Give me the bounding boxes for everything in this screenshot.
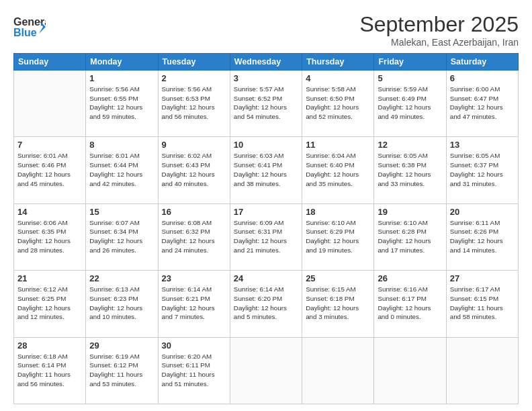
day-number: 13 (450, 140, 515, 150)
day-number: 12 (378, 140, 442, 150)
calendar-cell: 1Sunrise: 5:56 AM Sunset: 6:55 PM Daylig… (86, 71, 158, 137)
calendar-cell: 18Sunrise: 6:10 AM Sunset: 6:29 PM Dayli… (302, 203, 374, 270)
day-number: 14 (17, 207, 82, 217)
calendar-cell: 17Sunrise: 6:09 AM Sunset: 6:31 PM Dayli… (230, 203, 302, 270)
day-info: Sunrise: 6:05 AM Sunset: 6:37 PM Dayligh… (450, 151, 515, 188)
day-number: 8 (89, 140, 154, 150)
day-number: 20 (450, 207, 515, 217)
day-number: 6 (450, 73, 515, 83)
calendar-cell: 22Sunrise: 6:13 AM Sunset: 6:23 PM Dayli… (86, 271, 158, 337)
calendar-cell: 8Sunrise: 6:01 AM Sunset: 6:44 PM Daylig… (86, 137, 158, 203)
col-sunday: Sunday (14, 54, 86, 71)
logo: General Blue (13, 12, 46, 44)
calendar-cell: 10Sunrise: 6:03 AM Sunset: 6:41 PM Dayli… (230, 137, 302, 203)
calendar-cell: 20Sunrise: 6:11 AM Sunset: 6:26 PM Dayli… (446, 203, 518, 270)
week-row-1: 1Sunrise: 5:56 AM Sunset: 6:55 PM Daylig… (14, 71, 519, 137)
calendar-cell: 15Sunrise: 6:07 AM Sunset: 6:34 PM Dayli… (86, 203, 158, 270)
calendar-cell (446, 337, 518, 404)
calendar-cell: 4Sunrise: 5:58 AM Sunset: 6:50 PM Daylig… (302, 71, 374, 137)
day-number: 24 (234, 273, 298, 283)
day-number: 19 (378, 207, 442, 217)
title-block: September 2025 Malekan, East Azerbaijan,… (359, 12, 519, 48)
week-row-3: 14Sunrise: 6:06 AM Sunset: 6:35 PM Dayli… (14, 203, 519, 270)
day-number: 11 (306, 140, 370, 150)
calendar-cell: 25Sunrise: 6:15 AM Sunset: 6:18 PM Dayli… (302, 271, 374, 337)
header: General Blue September 2025 Malekan, Eas… (13, 12, 519, 48)
day-info: Sunrise: 6:20 AM Sunset: 6:11 PM Dayligh… (162, 352, 226, 389)
calendar-cell: 14Sunrise: 6:06 AM Sunset: 6:35 PM Dayli… (14, 203, 86, 270)
week-row-2: 7Sunrise: 6:01 AM Sunset: 6:46 PM Daylig… (14, 137, 519, 203)
week-row-4: 21Sunrise: 6:12 AM Sunset: 6:25 PM Dayli… (14, 271, 519, 337)
calendar-table: Sunday Monday Tuesday Wednesday Thursday… (13, 53, 519, 404)
day-info: Sunrise: 6:14 AM Sunset: 6:21 PM Dayligh… (162, 285, 226, 322)
header-row: Sunday Monday Tuesday Wednesday Thursday… (14, 54, 519, 71)
location-subtitle: Malekan, East Azerbaijan, Iran (359, 37, 519, 48)
day-info: Sunrise: 6:04 AM Sunset: 6:40 PM Dayligh… (306, 151, 370, 188)
day-number: 15 (89, 207, 154, 217)
calendar-cell: 2Sunrise: 5:56 AM Sunset: 6:53 PM Daylig… (158, 71, 230, 137)
day-number: 21 (17, 273, 82, 283)
day-info: Sunrise: 6:09 AM Sunset: 6:31 PM Dayligh… (234, 218, 298, 255)
day-number: 1 (89, 73, 154, 83)
day-number: 5 (378, 73, 442, 83)
day-info: Sunrise: 6:01 AM Sunset: 6:46 PM Dayligh… (17, 151, 82, 188)
day-number: 10 (234, 140, 298, 150)
day-number: 18 (306, 207, 370, 217)
day-number: 2 (162, 73, 226, 83)
day-info: Sunrise: 6:19 AM Sunset: 6:12 PM Dayligh… (89, 352, 154, 389)
col-saturday: Saturday (446, 54, 518, 71)
day-info: Sunrise: 6:06 AM Sunset: 6:35 PM Dayligh… (17, 218, 82, 255)
day-number: 4 (306, 73, 370, 83)
day-number: 26 (378, 273, 442, 283)
calendar-cell: 24Sunrise: 6:14 AM Sunset: 6:20 PM Dayli… (230, 271, 302, 337)
month-title: September 2025 (359, 12, 519, 37)
day-info: Sunrise: 5:57 AM Sunset: 6:52 PM Dayligh… (234, 85, 298, 122)
col-wednesday: Wednesday (230, 54, 302, 71)
day-info: Sunrise: 6:10 AM Sunset: 6:29 PM Dayligh… (306, 218, 370, 255)
calendar-cell: 27Sunrise: 6:17 AM Sunset: 6:15 PM Dayli… (446, 271, 518, 337)
day-info: Sunrise: 6:16 AM Sunset: 6:17 PM Dayligh… (378, 285, 442, 322)
logo-icon: General Blue (13, 12, 46, 42)
day-number: 30 (162, 340, 226, 351)
day-info: Sunrise: 6:12 AM Sunset: 6:25 PM Dayligh… (17, 285, 82, 322)
day-info: Sunrise: 6:15 AM Sunset: 6:18 PM Dayligh… (306, 285, 370, 322)
day-number: 22 (89, 273, 154, 283)
week-row-5: 28Sunrise: 6:18 AM Sunset: 6:14 PM Dayli… (14, 337, 519, 404)
day-number: 9 (162, 140, 226, 150)
calendar-cell (230, 337, 302, 404)
day-number: 16 (162, 207, 226, 217)
day-info: Sunrise: 6:10 AM Sunset: 6:28 PM Dayligh… (378, 218, 442, 255)
day-number: 25 (306, 273, 370, 283)
day-info: Sunrise: 6:13 AM Sunset: 6:23 PM Dayligh… (89, 285, 154, 322)
day-number: 23 (162, 273, 226, 283)
calendar-cell: 21Sunrise: 6:12 AM Sunset: 6:25 PM Dayli… (14, 271, 86, 337)
day-info: Sunrise: 5:58 AM Sunset: 6:50 PM Dayligh… (306, 85, 370, 122)
calendar-cell: 26Sunrise: 6:16 AM Sunset: 6:17 PM Dayli… (374, 271, 446, 337)
calendar-cell: 12Sunrise: 6:05 AM Sunset: 6:38 PM Dayli… (374, 137, 446, 203)
calendar-cell: 30Sunrise: 6:20 AM Sunset: 6:11 PM Dayli… (158, 337, 230, 404)
calendar-cell (302, 337, 374, 404)
col-thursday: Thursday (302, 54, 374, 71)
day-info: Sunrise: 6:11 AM Sunset: 6:26 PM Dayligh… (450, 218, 515, 255)
svg-text:General: General (13, 16, 46, 28)
day-number: 28 (17, 340, 82, 351)
day-info: Sunrise: 5:56 AM Sunset: 6:53 PM Dayligh… (162, 85, 226, 122)
calendar-cell: 3Sunrise: 5:57 AM Sunset: 6:52 PM Daylig… (230, 71, 302, 137)
day-info: Sunrise: 5:56 AM Sunset: 6:55 PM Dayligh… (89, 85, 154, 122)
day-number: 29 (89, 340, 154, 351)
calendar-cell: 13Sunrise: 6:05 AM Sunset: 6:37 PM Dayli… (446, 137, 518, 203)
col-friday: Friday (374, 54, 446, 71)
calendar-cell: 9Sunrise: 6:02 AM Sunset: 6:43 PM Daylig… (158, 137, 230, 203)
day-info: Sunrise: 6:02 AM Sunset: 6:43 PM Dayligh… (162, 151, 226, 188)
calendar-cell: 23Sunrise: 6:14 AM Sunset: 6:21 PM Dayli… (158, 271, 230, 337)
day-number: 27 (450, 273, 515, 283)
day-info: Sunrise: 6:03 AM Sunset: 6:41 PM Dayligh… (234, 151, 298, 188)
calendar-cell: 29Sunrise: 6:19 AM Sunset: 6:12 PM Dayli… (86, 337, 158, 404)
day-number: 17 (234, 207, 298, 217)
col-tuesday: Tuesday (158, 54, 230, 71)
day-info: Sunrise: 6:00 AM Sunset: 6:47 PM Dayligh… (450, 85, 515, 122)
calendar-cell (374, 337, 446, 404)
calendar-cell (14, 71, 86, 137)
day-info: Sunrise: 6:17 AM Sunset: 6:15 PM Dayligh… (450, 285, 515, 322)
calendar-cell: 5Sunrise: 5:59 AM Sunset: 6:49 PM Daylig… (374, 71, 446, 137)
